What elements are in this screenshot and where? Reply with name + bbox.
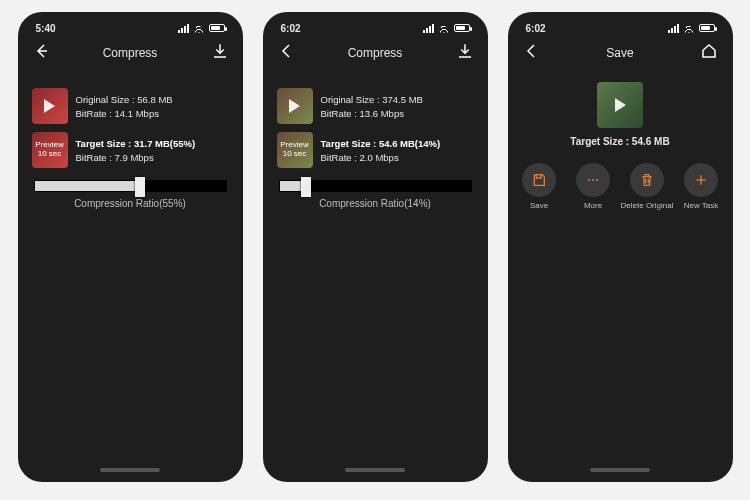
slider-knob[interactable] — [301, 177, 311, 197]
home-indicator — [345, 468, 405, 472]
status-bar: 6:02 — [516, 18, 725, 36]
more-label: More — [584, 201, 602, 210]
preview-thumbnail[interactable]: Preview 10 sec — [277, 132, 313, 168]
svg-point-1 — [592, 179, 594, 181]
compression-slider[interactable] — [34, 180, 227, 192]
phone-screen-compress-1: 5:40 Compress Original Size : 56.8 MB Bi… — [18, 12, 243, 482]
compress-content: Original Size : 56.8 MB BitRate : 14.1 M… — [26, 68, 235, 466]
status-right — [423, 24, 470, 33]
svg-point-0 — [588, 179, 590, 181]
svg-point-2 — [596, 179, 598, 181]
header: Compress — [26, 38, 235, 68]
phone-screen-save: 6:02 Save Target Size : 54.6 MB Save M — [508, 12, 733, 482]
download-icon[interactable] — [211, 42, 229, 64]
plus-icon — [693, 172, 709, 188]
target-bitrate-label: BitRate : 2.0 Mbps — [321, 152, 441, 163]
save-button[interactable]: Save — [517, 163, 561, 210]
play-icon — [289, 99, 300, 113]
back-icon[interactable] — [32, 42, 50, 64]
header: Save — [516, 38, 725, 68]
page-title: Compress — [103, 46, 158, 60]
save-content: Target Size : 54.6 MB Save More Delete O… — [516, 68, 725, 466]
preview-badge: Preview 10 sec — [277, 132, 313, 168]
slider-knob[interactable] — [135, 177, 145, 197]
compression-slider[interactable] — [279, 180, 472, 192]
original-row: Original Size : 374.5 MB BitRate : 13.6 … — [277, 88, 474, 124]
saved-video-thumbnail[interactable] — [597, 82, 643, 128]
original-thumbnail[interactable] — [277, 88, 313, 124]
status-time: 6:02 — [526, 23, 546, 34]
status-right — [178, 24, 225, 33]
save-icon — [531, 172, 547, 188]
original-size-label: Original Size : 56.8 MB — [76, 94, 173, 105]
home-indicator — [100, 468, 160, 472]
new-task-label: New Task — [684, 201, 719, 210]
more-icon — [585, 172, 601, 188]
ratio-label: Compression Ratio(14%) — [277, 198, 474, 209]
status-right — [668, 24, 715, 33]
download-icon[interactable] — [456, 42, 474, 64]
wifi-icon — [683, 24, 695, 33]
original-size-label: Original Size : 374.5 MB — [321, 94, 423, 105]
back-icon[interactable] — [277, 42, 295, 64]
save-label: Save — [530, 201, 548, 210]
trash-icon — [639, 172, 655, 188]
page-title: Compress — [348, 46, 403, 60]
play-icon — [615, 98, 626, 112]
slider-fill — [35, 181, 140, 191]
compress-content: Original Size : 374.5 MB BitRate : 13.6 … — [271, 68, 480, 466]
original-bitrate-label: BitRate : 14.1 Mbps — [76, 108, 173, 119]
target-size-label: Target Size : 31.7 MB(55%) — [76, 138, 196, 149]
original-row: Original Size : 56.8 MB BitRate : 14.1 M… — [32, 88, 229, 124]
more-button[interactable]: More — [571, 163, 615, 210]
target-size-label: Target Size : 54.6 MB(14%) — [321, 138, 441, 149]
home-icon[interactable] — [700, 42, 718, 64]
ratio-label: Compression Ratio(55%) — [32, 198, 229, 209]
status-time: 5:40 — [36, 23, 56, 34]
phone-screen-compress-2: 6:02 Compress Original Size : 374.5 MB B… — [263, 12, 488, 482]
back-icon[interactable] — [522, 42, 540, 64]
home-indicator — [590, 468, 650, 472]
preview-label-bottom: 10 sec — [283, 150, 307, 159]
wifi-icon — [193, 24, 205, 33]
status-bar: 5:40 — [26, 18, 235, 36]
target-size-label: Target Size : 54.6 MB — [570, 136, 669, 147]
action-row: Save More Delete Original New Task — [517, 163, 723, 210]
original-bitrate-label: BitRate : 13.6 Mbps — [321, 108, 423, 119]
signal-icon — [178, 24, 189, 33]
battery-icon — [454, 24, 470, 32]
target-row: Preview 10 sec Target Size : 31.7 MB(55%… — [32, 132, 229, 168]
original-thumbnail[interactable] — [32, 88, 68, 124]
play-icon — [44, 99, 55, 113]
battery-icon — [699, 24, 715, 32]
battery-icon — [209, 24, 225, 32]
page-title: Save — [606, 46, 633, 60]
new-task-button[interactable]: New Task — [679, 163, 723, 210]
header: Compress — [271, 38, 480, 68]
signal-icon — [423, 24, 434, 33]
preview-thumbnail[interactable]: Preview 10 sec — [32, 132, 68, 168]
status-bar: 6:02 — [271, 18, 480, 36]
status-time: 6:02 — [281, 23, 301, 34]
target-row: Preview 10 sec Target Size : 54.6 MB(14%… — [277, 132, 474, 168]
wifi-icon — [438, 24, 450, 33]
preview-badge: Preview 10 sec — [32, 132, 68, 168]
delete-original-button[interactable]: Delete Original — [625, 163, 669, 210]
preview-label-bottom: 10 sec — [38, 150, 62, 159]
delete-label: Delete Original — [621, 201, 674, 210]
target-bitrate-label: BitRate : 7.9 Mbps — [76, 152, 196, 163]
signal-icon — [668, 24, 679, 33]
